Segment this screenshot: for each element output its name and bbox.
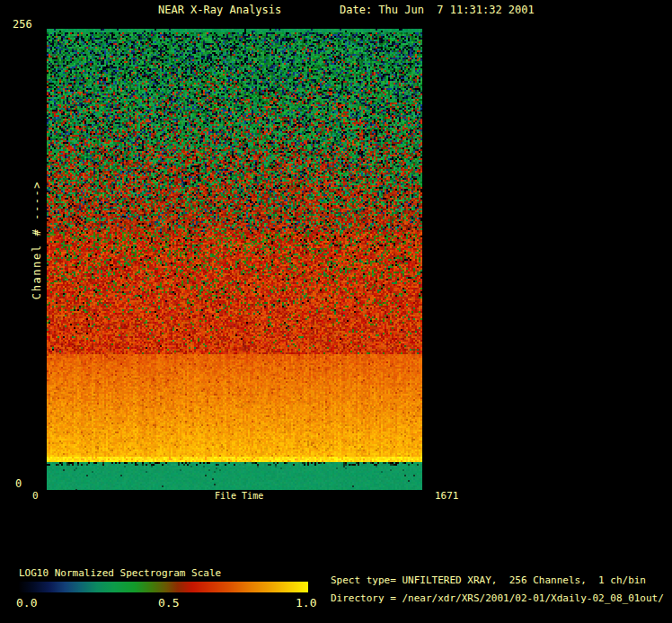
colorbar-tick-05: 0.5 <box>158 596 179 610</box>
page-title: NEAR X-Ray Analysis <box>158 4 281 15</box>
x-axis-tick-max: 1671 <box>435 491 459 501</box>
y-axis-tick-max: 256 <box>13 19 32 30</box>
colorbar-tick-0: 0.0 <box>16 596 37 610</box>
spectrogram-plot <box>47 29 422 490</box>
y-axis-tick-min: 0 <box>15 478 22 489</box>
near-xray-analysis-window: NEAR X-Ray Analysis Date: Thu Jun 7 11:3… <box>0 0 672 623</box>
x-axis-tick-min: 0 <box>32 491 39 501</box>
directory-line: Directory = /near/xdr/XRS/2001/02-01/Xda… <box>331 593 664 603</box>
colorbar-tick-1: 1.0 <box>296 596 316 610</box>
y-axis-label: Channel # ----> <box>31 181 43 299</box>
colorbar-gradient <box>19 582 308 592</box>
colorbar-title: LOG10 Normalized Spectrogram Scale <box>19 568 221 578</box>
date-label: Date: Thu Jun 7 11:31:32 2001 <box>340 4 535 15</box>
x-axis-label: File Time <box>215 492 263 501</box>
spect-type-line: Spect type= UNFILTERED XRAY, 256 Channel… <box>331 575 646 585</box>
